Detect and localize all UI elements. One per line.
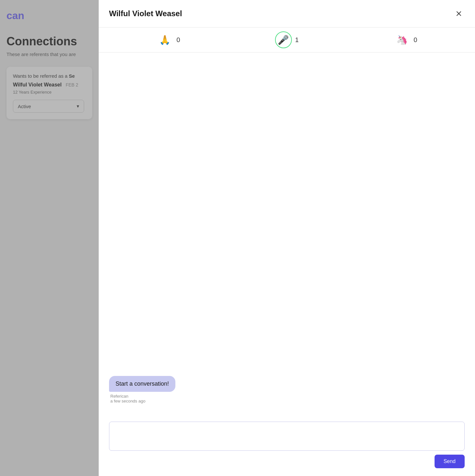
close-button[interactable] (453, 8, 465, 19)
emoji-tab-0[interactable]: 🙏 0 (109, 31, 227, 48)
emoji-icon-0: 🙏 (157, 31, 173, 48)
modal-panel: Wilful Violet Weasel 🙏 0 🎤 1 🦄 0 Start a… (99, 0, 475, 476)
message-input[interactable] (109, 422, 465, 451)
emoji-tab-1[interactable]: 🎤 1 (227, 31, 346, 48)
chat-bubble: Start a conversation! (109, 376, 175, 392)
modal-header: Wilful Violet Weasel (99, 0, 475, 27)
input-area: Send (99, 416, 475, 476)
emoji-count-1: 1 (295, 36, 299, 44)
modal-title: Wilful Violet Weasel (109, 9, 182, 18)
emoji-icon-2: 🦄 (393, 31, 410, 48)
close-icon (455, 10, 463, 17)
emoji-tab-2[interactable]: 🦄 0 (346, 31, 465, 48)
chat-area: Start a conversation! Referican a few se… (99, 52, 475, 416)
emoji-count-0: 0 (177, 36, 180, 44)
chat-sender: Referican (110, 394, 128, 399)
emoji-tabs-row: 🙏 0 🎤 1 🦄 0 (99, 27, 475, 52)
chat-meta: Referican a few seconds ago (109, 394, 145, 403)
emoji-icon-1: 🎤 (275, 31, 292, 48)
chat-message-wrapper: Start a conversation! Referican a few se… (109, 376, 465, 403)
chat-timestamp: a few seconds ago (110, 399, 145, 403)
emoji-count-2: 0 (414, 36, 417, 44)
send-button[interactable]: Send (435, 455, 465, 468)
